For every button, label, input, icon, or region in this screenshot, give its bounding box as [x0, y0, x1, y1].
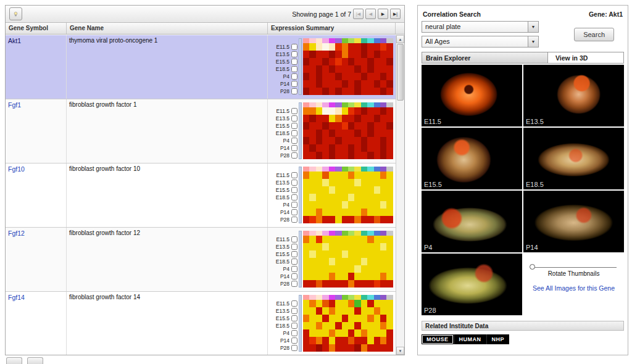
rotate-thumbnails-slider[interactable]	[531, 267, 617, 268]
gene-symbol-link[interactable]: Fgf1	[8, 101, 21, 109]
age-checkbox-P28[interactable]	[291, 88, 297, 94]
age-checkbox-E18.5[interactable]	[291, 323, 297, 329]
cutoff-button-2[interactable]	[27, 357, 43, 364]
age-checkbox-P4[interactable]	[291, 266, 297, 272]
brain-thumbnail-P14[interactable]: P14	[523, 191, 624, 252]
scrollbar-thumb[interactable]	[397, 44, 404, 101]
gene-symbol-cell: Akt1	[6, 35, 67, 99]
age-checkbox-E18.5[interactable]	[291, 66, 297, 72]
age-label: P28	[280, 345, 289, 351]
column-header-expression-summary[interactable]: Expression Summary	[268, 23, 396, 34]
gene-symbol-cell: Fgf10	[6, 163, 67, 227]
expression-heatmap[interactable]	[303, 295, 393, 355]
age-checkbox-E11.5[interactable]	[291, 236, 297, 242]
age-checkbox-P14[interactable]	[291, 145, 297, 151]
mouse-data-button[interactable]: MOUSE	[422, 334, 454, 344]
see-all-images-link[interactable]: See All Images for this Gene	[533, 284, 615, 292]
tab-brain-explorer[interactable]: Brain Explorer	[422, 52, 548, 64]
age-checkbox-E13.5[interactable]	[291, 51, 297, 57]
gene-rows-container: Akt1thymoma viral proto-oncogene 1E11.5E…	[6, 35, 396, 355]
brain-thumbnail-E13.5[interactable]: E13.5	[523, 65, 624, 126]
age-label: P14	[280, 273, 289, 279]
slider-thumb[interactable]	[530, 264, 535, 270]
next-page-button[interactable]: ▶	[378, 9, 388, 19]
scroll-down-icon[interactable]: ▼	[396, 347, 404, 355]
age-checkbox-P4[interactable]	[291, 138, 297, 144]
thumbnail-age-label: E15.5	[424, 181, 442, 188]
expression-toggle-button[interactable]	[9, 7, 22, 20]
column-header-gene-name[interactable]: Gene Name	[67, 23, 268, 34]
age-checkbox-P28[interactable]	[291, 345, 297, 351]
chevron-down-icon[interactable]: ▼	[528, 36, 538, 47]
age-checkbox-E15.5[interactable]	[291, 59, 297, 65]
row-indicator-strip	[299, 102, 302, 159]
gene-symbol-link[interactable]: Fgf14	[8, 294, 25, 301]
human-data-button[interactable]: HUMAN	[454, 334, 486, 344]
age-checkbox-P28[interactable]	[291, 217, 297, 223]
gene-row-Akt1[interactable]: Akt1thymoma viral proto-oncogene 1E11.5E…	[6, 35, 396, 99]
age-checkbox-P14[interactable]	[291, 81, 297, 87]
cutoff-button-1[interactable]	[6, 357, 22, 364]
prev-page-button[interactable]: ◀	[365, 9, 376, 19]
age-label: E18.5	[276, 194, 289, 201]
age-checkbox-E15.5[interactable]	[291, 251, 297, 257]
age-checkbox-P14[interactable]	[291, 209, 297, 215]
age-checkbox-P4[interactable]	[291, 73, 297, 80]
search-button[interactable]: Search	[574, 28, 614, 41]
age-label: E11.5	[276, 172, 289, 178]
gene-row-Fgf14[interactable]: Fgf14fibroblast growth factor 14E11.5E13…	[6, 292, 396, 355]
structure-color-strip	[303, 38, 393, 43]
first-page-button[interactable]: |◀	[353, 9, 364, 19]
age-checkbox-P4[interactable]	[291, 330, 297, 336]
age-checkbox-E11.5[interactable]	[291, 300, 297, 307]
brain-thumbnail-P28[interactable]: P28	[422, 254, 522, 315]
gene-row-Fgf12[interactable]: Fgf12fibroblast growth factor 12E11.5E13…	[6, 228, 396, 292]
age-checkbox-E11.5[interactable]	[291, 108, 297, 114]
chevron-down-icon[interactable]: ▼	[528, 22, 538, 32]
age-checkbox-E15.5[interactable]	[291, 187, 297, 193]
gene-symbol-link[interactable]: Fgf12	[8, 230, 25, 237]
age-checkbox-P28[interactable]	[291, 281, 297, 287]
brain-thumbnail-P4[interactable]: P4	[422, 191, 522, 252]
nhp-data-button[interactable]: NHP	[486, 334, 510, 344]
last-page-button[interactable]: ▶|	[390, 9, 401, 19]
gene-row-Fgf10[interactable]: Fgf10fibroblast growth factor 10E11.5E13…	[6, 163, 396, 228]
brain-thumbnail-E15.5[interactable]: E15.5	[422, 128, 522, 189]
gene-row-Fgf1[interactable]: Fgf1fibroblast growth factor 1E11.5E13.5…	[6, 99, 396, 163]
age-checkbox-E13.5[interactable]	[291, 115, 297, 122]
scroll-up-icon[interactable]: ▲	[396, 35, 404, 43]
age-checkbox-E13.5[interactable]	[291, 308, 297, 314]
age-checkbox-P14[interactable]	[291, 337, 297, 344]
age-checkbox-E13.5[interactable]	[291, 180, 297, 186]
table-scrollbar[interactable]: ▲ ▼	[396, 35, 404, 355]
age-checkbox-E13.5[interactable]	[291, 244, 297, 250]
brain-thumbnail-E11.5[interactable]: E11.5	[422, 65, 522, 126]
age-checkbox-E15.5[interactable]	[291, 315, 297, 321]
age-dropdown-value: All Ages	[422, 36, 528, 47]
age-checkbox-E11.5[interactable]	[291, 44, 297, 50]
age-checkbox-P14[interactable]	[291, 273, 297, 279]
age-checkbox-P4[interactable]	[291, 202, 297, 208]
structure-dropdown[interactable]: neural plate ▼	[422, 21, 539, 33]
gene-symbol-link[interactable]: Akt1	[8, 37, 21, 44]
expression-heatmap[interactable]	[303, 102, 393, 163]
column-header-gene-symbol[interactable]: Gene Symbol	[6, 23, 67, 34]
thumbnail-age-label: E11.5	[424, 118, 441, 125]
gene-symbol-link[interactable]: Fgf10	[8, 165, 25, 173]
row-indicator-strip	[299, 167, 302, 223]
age-dropdown[interactable]: All Ages ▼	[422, 36, 539, 48]
age-checkbox-E18.5[interactable]	[291, 194, 297, 201]
age-checkbox-P28[interactable]	[291, 152, 297, 159]
expression-heatmap[interactable]	[303, 167, 393, 227]
age-checkbox-E18.5[interactable]	[291, 259, 297, 265]
row-indicator-strip	[299, 38, 302, 95]
expression-heatmap[interactable]	[303, 38, 393, 99]
expression-heatmap[interactable]	[303, 231, 393, 291]
age-checkbox-E15.5[interactable]	[291, 123, 297, 129]
age-checkbox-E18.5[interactable]	[291, 130, 297, 136]
expression-summary-cell: E11.5E13.5E15.5E18.5P4P14P28	[268, 163, 396, 227]
brain-thumbnail-E18.5[interactable]: E18.5	[523, 128, 624, 189]
age-checkbox-E11.5[interactable]	[291, 172, 297, 178]
age-label: E18.5	[276, 259, 289, 265]
tab-view-in-3d[interactable]: View in 3D	[548, 52, 624, 64]
